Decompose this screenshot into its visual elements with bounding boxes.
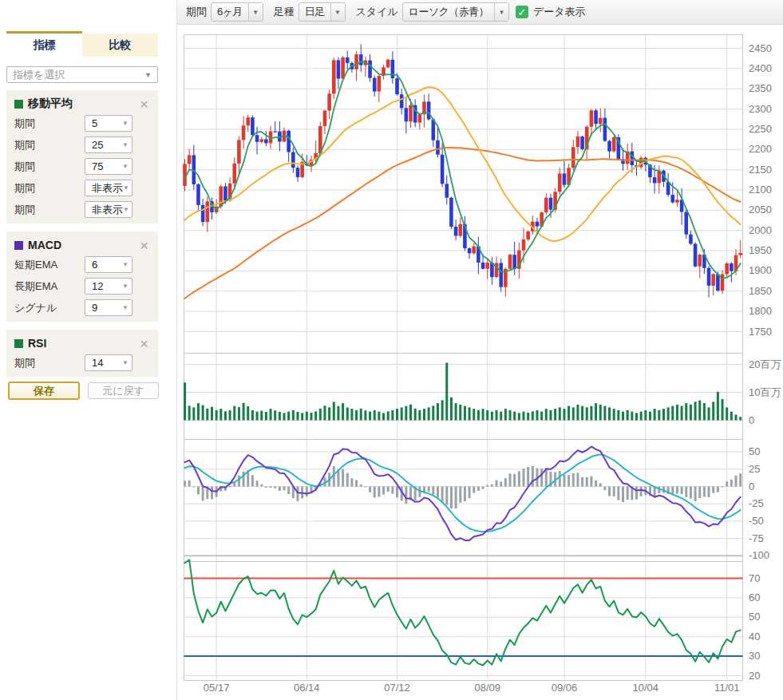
svg-text:2300: 2300 [749, 103, 772, 115]
svg-text:0: 0 [749, 481, 754, 492]
svg-text:60: 60 [749, 591, 760, 603]
svg-text:-100: -100 [749, 549, 769, 561]
svg-text:-25: -25 [749, 497, 764, 509]
chart-grid-axes: 1750180018501900195020002050210021502200… [184, 35, 781, 694]
svg-text:10百万: 10百万 [749, 386, 781, 398]
svg-text:2150: 2150 [749, 164, 772, 176]
svg-text:2100: 2100 [749, 184, 772, 196]
svg-text:08/09: 08/09 [474, 682, 500, 694]
svg-text:50: 50 [749, 611, 760, 623]
svg-text:25: 25 [749, 463, 760, 475]
price-panel [183, 44, 742, 299]
svg-text:20: 20 [749, 670, 760, 682]
svg-text:0: 0 [749, 414, 754, 426]
svg-text:2250: 2250 [749, 123, 772, 135]
svg-text:05/17: 05/17 [204, 682, 230, 694]
svg-text:2050: 2050 [749, 204, 772, 216]
svg-text:50: 50 [749, 445, 760, 457]
svg-text:1750: 1750 [749, 326, 772, 338]
macd-panel [184, 446, 741, 540]
svg-text:-50: -50 [749, 515, 764, 527]
volume-panel [184, 362, 741, 420]
svg-text:1850: 1850 [749, 285, 772, 297]
rsi-panel [184, 560, 743, 665]
svg-text:09/06: 09/06 [552, 682, 578, 694]
svg-text:30: 30 [749, 650, 760, 662]
stock-chart: 1750180018501900195020002050210021502200… [0, 0, 783, 700]
svg-text:70: 70 [749, 572, 760, 584]
svg-text:2450: 2450 [749, 42, 772, 54]
svg-text:2350: 2350 [749, 82, 772, 94]
svg-text:11/01: 11/01 [714, 682, 740, 694]
svg-text:10/04: 10/04 [633, 682, 659, 694]
svg-text:2400: 2400 [749, 62, 772, 74]
svg-text:1950: 1950 [749, 244, 772, 256]
svg-text:40: 40 [749, 631, 760, 643]
svg-text:2200: 2200 [749, 143, 772, 155]
svg-text:1800: 1800 [749, 305, 772, 317]
svg-text:07/12: 07/12 [384, 682, 410, 694]
svg-text:1900: 1900 [749, 264, 772, 276]
svg-text:-75: -75 [749, 532, 764, 544]
svg-text:2000: 2000 [749, 224, 772, 236]
svg-text:20百万: 20百万 [749, 358, 781, 370]
svg-text:06/14: 06/14 [294, 682, 320, 694]
